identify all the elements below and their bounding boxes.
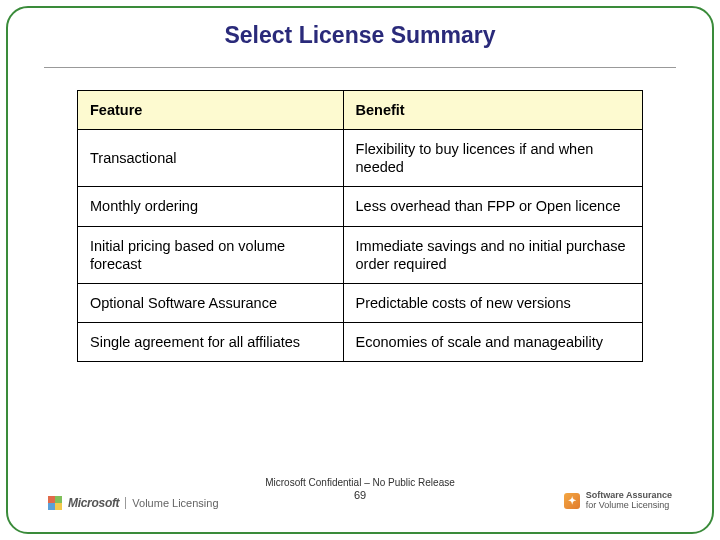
cell-benefit: Economies of scale and manageability (343, 322, 642, 361)
software-assurance-label: Software Assurance for Volume Licensing (586, 491, 672, 510)
feature-benefit-table: Feature Benefit Transactional Flexibilit… (77, 90, 643, 362)
microsoft-flag-icon (48, 496, 62, 510)
confidential-label: Microsoft Confidential – No Public Relea… (8, 476, 712, 489)
title-divider (44, 67, 676, 68)
slide-frame: Select License Summary Feature Benefit T… (6, 6, 714, 534)
cell-benefit: Immediate savings and no initial purchas… (343, 226, 642, 283)
cell-feature: Transactional (78, 130, 344, 187)
cell-feature: Monthly ordering (78, 187, 344, 226)
table-row: Monthly ordering Less overhead than FPP … (78, 187, 643, 226)
cell-feature: Initial pricing based on volume forecast (78, 226, 344, 283)
header-benefit: Benefit (343, 91, 642, 130)
slide-footer: Microsoft Confidential – No Public Relea… (8, 476, 712, 522)
software-assurance-logo: ✦ Software Assurance for Volume Licensin… (564, 491, 672, 510)
volume-licensing-label: Volume Licensing (125, 497, 218, 509)
cell-benefit: Flexibility to buy licences if and when … (343, 130, 642, 187)
software-assurance-icon: ✦ (564, 493, 580, 509)
cell-feature: Optional Software Assurance (78, 283, 344, 322)
microsoft-volume-licensing-logo: Microsoft Volume Licensing (48, 496, 219, 510)
slide-title: Select License Summary (8, 22, 712, 49)
table-row: Transactional Flexibility to buy licence… (78, 130, 643, 187)
table-header-row: Feature Benefit (78, 91, 643, 130)
cell-benefit: Less overhead than FPP or Open licence (343, 187, 642, 226)
table-row: Initial pricing based on volume forecast… (78, 226, 643, 283)
microsoft-wordmark: Microsoft (68, 496, 119, 510)
cell-benefit: Predictable costs of new versions (343, 283, 642, 322)
header-feature: Feature (78, 91, 344, 130)
table-row: Optional Software Assurance Predictable … (78, 283, 643, 322)
table-row: Single agreement for all affiliates Econ… (78, 322, 643, 361)
cell-feature: Single agreement for all affiliates (78, 322, 344, 361)
